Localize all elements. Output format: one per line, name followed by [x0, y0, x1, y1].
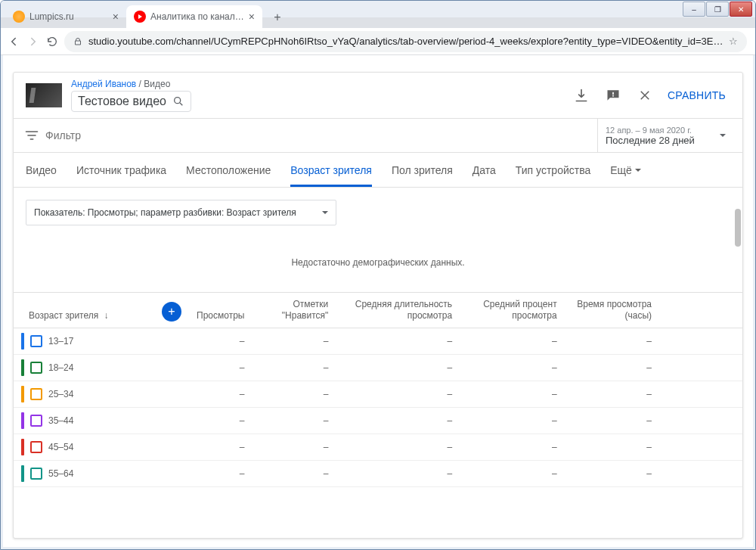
- tab-traffic-source[interactable]: Источник трафика: [76, 153, 166, 187]
- metric-breakdown-dropdown[interactable]: Показатель: Просмотры; параметр разбивки…: [26, 200, 336, 225]
- new-tab-button[interactable]: +: [267, 7, 288, 28]
- breadcrumb-link[interactable]: Андрей Иванов: [71, 79, 136, 89]
- cell-value: –: [565, 355, 659, 381]
- reload-button[interactable]: [46, 33, 58, 51]
- browser-tab[interactable]: Аналитика по каналу - YouTube ×: [126, 5, 262, 28]
- filter-icon[interactable]: [23, 126, 41, 144]
- filter-input[interactable]: [45, 129, 597, 141]
- row-checkbox[interactable]: [30, 441, 42, 453]
- search-icon: [172, 95, 184, 107]
- lock-icon: [73, 37, 82, 46]
- cell-value: –: [460, 328, 565, 355]
- row-label: 45–54: [48, 442, 73, 452]
- cell-value: –: [336, 328, 460, 355]
- column-header[interactable]: Отметки "Нравится": [252, 293, 336, 328]
- legend-color-icon: [21, 465, 24, 482]
- cell-value: –: [252, 328, 336, 355]
- chevron-down-icon: [322, 211, 328, 214]
- column-header[interactable]: Время просмотра (часы): [565, 293, 659, 328]
- table-row[interactable]: 25–34 –––––: [14, 381, 742, 408]
- legend-color-icon: [21, 439, 24, 455]
- back-button[interactable]: [7, 33, 20, 51]
- add-column-button[interactable]: +: [162, 302, 181, 322]
- cell-value: –: [336, 408, 460, 434]
- feedback-icon[interactable]: [604, 86, 622, 104]
- date-range-picker[interactable]: 12 апр. – 9 мая 2020 г. Последние 28 дне…: [597, 119, 733, 152]
- tab-title: Аналитика по каналу - YouTube: [150, 11, 244, 22]
- filter-row: 12 апр. – 9 мая 2020 г. Последние 28 дне…: [14, 118, 742, 153]
- cell-value: –: [336, 355, 460, 381]
- cell-value: –: [460, 381, 565, 408]
- table-row[interactable]: 35–44 –––––: [14, 408, 742, 434]
- url-text: studio.youtube.com/channel/UCymREPCpHNoh…: [88, 36, 723, 47]
- column-header[interactable]: Просмотры: [189, 293, 252, 328]
- tab-viewer-gender[interactable]: Пол зрителя: [392, 153, 453, 187]
- svg-point-0: [175, 98, 181, 104]
- cell-value: –: [565, 434, 659, 461]
- browser-tab[interactable]: Lumpics.ru ×: [5, 5, 126, 28]
- row-label: 55–64: [48, 468, 73, 479]
- cell-value: –: [460, 434, 565, 461]
- table-row[interactable]: 13–17 –––––: [14, 328, 742, 355]
- scrollbar-thumb[interactable]: [735, 209, 741, 247]
- tab-device-type[interactable]: Тип устройства: [516, 153, 590, 187]
- window-close-button[interactable]: ✕: [730, 2, 752, 17]
- window-maximize-button[interactable]: ❐: [706, 2, 729, 17]
- compare-button[interactable]: СРАВНИТЬ: [668, 89, 730, 101]
- cell-value: –: [252, 461, 336, 487]
- extension-icon[interactable]: 🛡: [753, 34, 756, 49]
- tab-date[interactable]: Дата: [472, 153, 496, 187]
- dimension-tabs: Видео Источник трафика Местоположение Во…: [14, 153, 742, 188]
- analytics-page: Андрей Иванов / Видео Тестовое видео: [13, 72, 743, 539]
- row-checkbox[interactable]: [30, 335, 42, 347]
- dimension-column-header[interactable]: Возраст зрителя: [29, 310, 98, 321]
- cell-value: –: [189, 381, 252, 408]
- cell-value: –: [460, 461, 565, 487]
- cell-value: –: [565, 408, 659, 434]
- cell-value: –: [189, 461, 252, 487]
- download-icon[interactable]: [572, 86, 590, 104]
- legend-color-icon: [21, 333, 24, 350]
- row-checkbox[interactable]: [30, 415, 42, 427]
- sort-desc-icon: ↓: [104, 310, 109, 322]
- tab-viewer-age[interactable]: Возраст зрителя: [290, 153, 372, 187]
- chevron-down-icon: [635, 169, 641, 172]
- video-title: Тестовое видео: [78, 95, 166, 108]
- close-tab-icon[interactable]: ×: [113, 11, 119, 23]
- close-tab-icon[interactable]: ×: [249, 11, 255, 23]
- row-checkbox[interactable]: [30, 388, 42, 400]
- column-header[interactable]: Средняя длительность просмотра: [336, 293, 460, 328]
- cell-value: –: [252, 381, 336, 408]
- empty-state-message: Недостаточно демографических данных.: [14, 238, 742, 292]
- table-row[interactable]: 18–24 –––––: [14, 355, 742, 381]
- window-minimize-button[interactable]: –: [683, 2, 705, 17]
- row-checkbox[interactable]: [30, 362, 42, 374]
- forward-button[interactable]: [26, 33, 40, 51]
- cell-value: –: [336, 434, 460, 461]
- favicon-icon: [13, 11, 25, 23]
- svg-rect-2: [612, 95, 614, 97]
- table-row[interactable]: 55–64 –––––: [14, 461, 742, 487]
- column-header[interactable]: Средний процент просмотра: [460, 293, 565, 328]
- table-row[interactable]: 45–54 –––––: [14, 434, 742, 461]
- cell-value: –: [189, 408, 252, 434]
- cell-value: –: [189, 328, 252, 355]
- legend-color-icon: [21, 359, 24, 376]
- cell-value: –: [189, 434, 252, 461]
- browser-tab-strip: Lumpics.ru × Аналитика по каналу - YouTu…: [1, 1, 755, 28]
- row-checkbox[interactable]: [30, 468, 42, 480]
- breadcrumb: Андрей Иванов / Видео: [71, 79, 191, 89]
- video-selector[interactable]: Тестовое видео: [71, 91, 191, 112]
- cell-value: –: [252, 434, 336, 461]
- bookmark-star-icon[interactable]: ☆: [729, 36, 738, 47]
- row-label: 35–44: [48, 415, 73, 426]
- tab-location[interactable]: Местоположение: [186, 153, 271, 187]
- cell-value: –: [460, 408, 565, 434]
- tab-video[interactable]: Видео: [26, 153, 57, 187]
- cell-value: –: [565, 461, 659, 487]
- row-label: 18–24: [48, 362, 73, 373]
- close-icon[interactable]: [636, 86, 654, 104]
- address-bar[interactable]: studio.youtube.com/channel/UCymREPCpHNoh…: [64, 31, 747, 52]
- tab-more[interactable]: Ещё: [610, 153, 641, 187]
- cell-value: –: [565, 328, 659, 355]
